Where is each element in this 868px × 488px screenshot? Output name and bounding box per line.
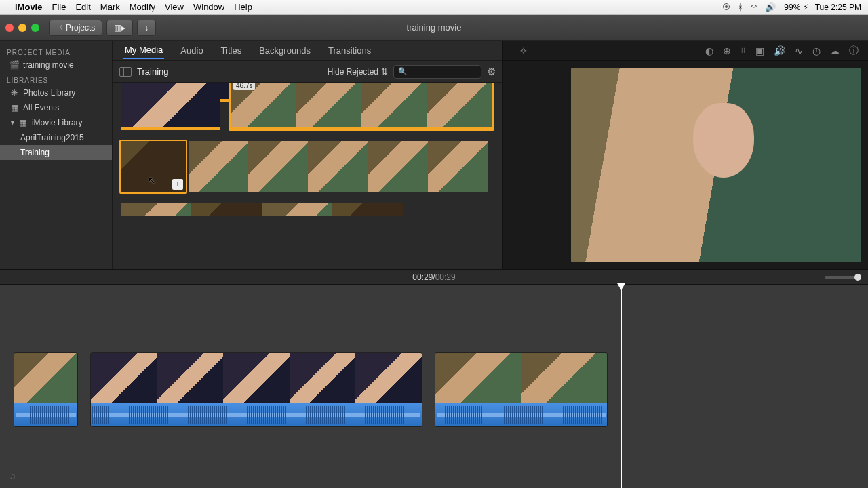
timeline-clip[interactable] bbox=[14, 352, 78, 427]
close-window-button[interactable] bbox=[5, 24, 14, 32]
menu-modify[interactable]: Modify bbox=[130, 2, 155, 12]
speed-icon[interactable]: ◷ bbox=[812, 45, 821, 56]
usage-bar bbox=[231, 127, 492, 130]
library-view-toggle[interactable]: ▥▸ bbox=[106, 20, 133, 36]
main-split: PROJECT MEDIA 🎬training movie LIBRARIES … bbox=[0, 41, 868, 270]
clip-duration-badge: 46.7s bbox=[233, 83, 255, 90]
menu-file[interactable]: File bbox=[52, 2, 66, 12]
sidebar-event-apriltraining2015[interactable]: AprilTraining2015 bbox=[0, 130, 112, 145]
chevron-left-icon: 〈 bbox=[56, 23, 63, 33]
search-field[interactable] bbox=[410, 66, 477, 77]
info-icon[interactable]: ⓘ bbox=[849, 45, 859, 57]
window-controls bbox=[5, 24, 39, 32]
clapper-icon: 🎬 bbox=[9, 60, 19, 70]
wifi-icon[interactable]: ⌔ bbox=[751, 2, 757, 12]
fullscreen-window-button[interactable] bbox=[31, 24, 39, 32]
app-menu[interactable]: iMovie bbox=[15, 2, 42, 12]
macos-menubar: iMovie File Edit Mark Modify View Window… bbox=[0, 0, 868, 15]
menu-edit[interactable]: Edit bbox=[75, 2, 90, 12]
grid-icon: ▦ bbox=[18, 118, 28, 127]
timecode-bar: 00:29 / 00:29 bbox=[0, 270, 868, 285]
back-to-projects-button[interactable]: 〈Projects bbox=[49, 20, 102, 36]
preview-viewer: ✧ ◐ ⊕ ⌗ ▣ 🔊 ∿ ◷ ☁ ⓘ bbox=[503, 41, 868, 269]
clip-thumbnail-selected[interactable]: 46.7s bbox=[229, 83, 494, 131]
sidebar-photos-library[interactable]: ❋Photos Library bbox=[0, 85, 112, 100]
grid-icon: ▦ bbox=[9, 103, 19, 113]
audio-waveform[interactable] bbox=[435, 403, 607, 426]
viewer-toolbar: ✧ ◐ ⊕ ⌗ ▣ 🔊 ∿ ◷ ☁ ⓘ bbox=[503, 41, 868, 61]
add-to-timeline-button[interactable]: + bbox=[172, 179, 183, 190]
filter-label: Hide Rejected bbox=[328, 67, 378, 77]
media-browser: My Media Audio Titles Backgrounds Transi… bbox=[113, 41, 503, 269]
sidebar-all-events[interactable]: ▦All Events bbox=[0, 100, 112, 115]
browser-filter-bar: Training Hide Rejected⇅ 🔍 ⚙ bbox=[113, 61, 502, 83]
clip-grid: 46.7s + ↖ bbox=[113, 83, 502, 269]
menu-view[interactable]: View bbox=[165, 2, 184, 12]
total-time: 00:29 bbox=[435, 272, 456, 282]
volume-icon[interactable]: 🔊 bbox=[774, 45, 785, 56]
preview-frame[interactable] bbox=[571, 68, 861, 262]
sidebar-imovie-library[interactable]: ▼▦iMovie Library bbox=[0, 115, 112, 130]
record-indicator-icon bbox=[723, 2, 730, 12]
window-title: training movie bbox=[407, 22, 462, 33]
tab-transitions[interactable]: Transitions bbox=[327, 43, 372, 58]
sidebar-item-label: Training bbox=[20, 148, 50, 157]
timeline[interactable]: ♫ bbox=[0, 285, 868, 488]
battery-percent: 99% bbox=[784, 3, 800, 12]
volume-icon[interactable]: 🔊 bbox=[765, 2, 776, 12]
timeline-zoom-slider[interactable] bbox=[825, 276, 859, 279]
music-track-icon[interactable]: ♫ bbox=[9, 472, 16, 481]
menu-help[interactable]: Help bbox=[234, 2, 252, 12]
library-sidebar: PROJECT MEDIA 🎬training movie LIBRARIES … bbox=[0, 41, 113, 269]
settings-gear-icon[interactable]: ⚙ bbox=[487, 66, 496, 78]
sidebar-item-label: All Events bbox=[23, 103, 59, 113]
window-toolbar: 〈Projects ▥▸ ↓ training movie bbox=[0, 15, 868, 41]
menubar-clock[interactable]: Tue 2:25 PM bbox=[815, 3, 861, 12]
tab-titles[interactable]: Titles bbox=[220, 43, 243, 58]
battery-status[interactable]: 99% ⚡︎ bbox=[784, 3, 808, 12]
audio-waveform[interactable] bbox=[14, 403, 77, 426]
current-time: 00:29 bbox=[412, 272, 433, 282]
import-button[interactable]: ↓ bbox=[137, 20, 156, 36]
crop-icon[interactable]: ⌗ bbox=[741, 45, 746, 56]
bluetooth-icon[interactable]: ᚼ bbox=[738, 2, 743, 12]
clip-thumbnail[interactable] bbox=[187, 140, 489, 194]
usage-bar bbox=[121, 127, 220, 130]
sidebar-event-training[interactable]: Training bbox=[0, 145, 112, 160]
clip-thumbnail[interactable] bbox=[119, 202, 404, 216]
list-view-toggle[interactable] bbox=[119, 67, 132, 77]
clip-thumbnail[interactable] bbox=[119, 83, 221, 131]
search-input[interactable]: 🔍 bbox=[393, 65, 481, 79]
timeline-clip[interactable] bbox=[90, 352, 422, 427]
clip-thumbnail-selected[interactable]: + ↖ bbox=[119, 140, 187, 194]
stabilization-icon[interactable]: ▣ bbox=[755, 45, 764, 56]
disclosure-triangle-icon[interactable]: ▼ bbox=[9, 119, 16, 126]
color-correction-icon[interactable]: ⊕ bbox=[723, 45, 731, 56]
menu-mark[interactable]: Mark bbox=[100, 2, 120, 12]
projects-label: Projects bbox=[66, 23, 95, 33]
project-media-header: PROJECT MEDIA bbox=[0, 45, 112, 58]
tab-my-media[interactable]: My Media bbox=[123, 42, 164, 59]
filter-dropdown[interactable]: Hide Rejected⇅ bbox=[328, 67, 388, 77]
libraries-header: LIBRARIES bbox=[0, 73, 112, 85]
tab-backgrounds[interactable]: Backgrounds bbox=[258, 43, 312, 58]
search-icon: 🔍 bbox=[398, 67, 408, 76]
preview-content bbox=[693, 103, 754, 178]
tab-audio[interactable]: Audio bbox=[179, 43, 204, 58]
auto-enhance-icon[interactable]: ✧ bbox=[519, 45, 528, 56]
sidebar-item-label: training movie bbox=[23, 60, 74, 70]
color-balance-icon[interactable]: ◐ bbox=[705, 45, 713, 56]
sidebar-project-item[interactable]: 🎬training movie bbox=[0, 58, 112, 73]
menu-window[interactable]: Window bbox=[193, 2, 224, 12]
timeline-clip[interactable] bbox=[435, 352, 608, 427]
timeline-track bbox=[14, 352, 854, 427]
browser-tabs: My Media Audio Titles Backgrounds Transi… bbox=[113, 41, 502, 61]
clip-filter-icon[interactable]: ☁ bbox=[830, 45, 840, 56]
noise-reduction-icon[interactable]: ∿ bbox=[795, 45, 803, 56]
sidebar-item-label: iMovie Library bbox=[32, 118, 83, 127]
playhead[interactable] bbox=[621, 285, 622, 488]
flower-icon: ❋ bbox=[9, 88, 19, 98]
cursor-icon: ↖ bbox=[148, 175, 156, 186]
minimize-window-button[interactable] bbox=[18, 24, 26, 32]
audio-waveform[interactable] bbox=[91, 403, 422, 426]
